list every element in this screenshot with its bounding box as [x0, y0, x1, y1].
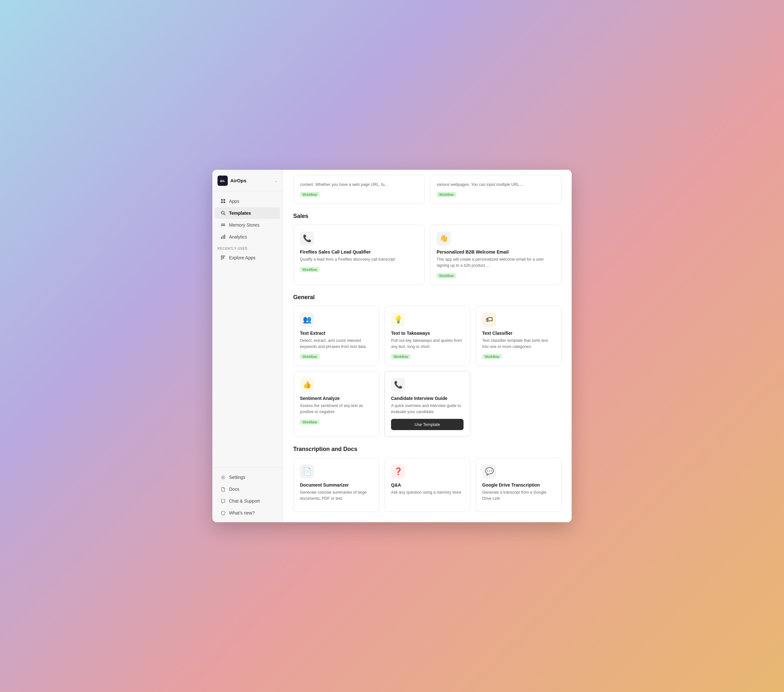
sidebar-item-apps-label: Apps [229, 199, 239, 204]
sidebar-item-whats-new-label: What's new? [229, 510, 255, 515]
card-desc-text-extract: Detect, extract, and count relevant keyw… [300, 338, 372, 350]
section-transcription-docs: Transcription and Docs📄Document Summariz… [293, 446, 562, 512]
svg-line-5 [224, 214, 225, 215]
card-title-text-extract: Text Extract [300, 330, 372, 336]
svg-rect-8 [221, 237, 222, 239]
use-template-button[interactable]: Use Template [391, 419, 464, 430]
card-icon-google-drive: 💬 [482, 464, 496, 479]
svg-rect-2 [221, 201, 223, 203]
card-title-text-takeaways: Text to Takeaways [391, 330, 464, 336]
sidebar-item-whats-new[interactable]: What's new? [215, 507, 280, 519]
sidebar-nav: Apps Templates Memory Stores [212, 191, 283, 468]
partial-card-2-desc: various webpages. You can input multiple… [436, 182, 555, 188]
svg-point-17 [222, 477, 224, 478]
sidebar-bottom: Settings Docs Chat & Support What's new? [212, 467, 283, 522]
card-desc-sentiment-analyze: Assess the sentiment of any text as posi… [300, 403, 372, 415]
app-name: AirOps [230, 178, 246, 183]
svg-rect-16 [221, 259, 222, 260]
card-qa[interactable]: ❓Q&AAsk any question using a memory stor… [384, 458, 470, 512]
svg-rect-0 [221, 199, 223, 201]
card-document-summarizer[interactable]: 📄Document SummarizerGenerate concise sum… [293, 458, 379, 512]
section-general: General👥Text ExtractDetect, extract, and… [293, 294, 562, 437]
sidebar-item-analytics[interactable]: Analytics [215, 231, 280, 243]
card-title-personalized-b2b: Personalized B2B Welcome Email [436, 249, 555, 254]
circle-icon [220, 510, 226, 516]
sidebar-item-apps[interactable]: Apps [215, 195, 280, 207]
card-desc-qa: Ask any question using a memory store [391, 489, 464, 495]
sidebar-item-settings-label: Settings [229, 475, 245, 480]
sidebar-arrow [283, 195, 288, 234]
sidebar-item-docs-label: Docs [229, 487, 239, 492]
card-personalized-b2b[interactable]: 👋Personalized B2B Welcome EmailThis app … [430, 225, 562, 285]
card-icon-document-summarizer: 📄 [300, 464, 314, 479]
svg-rect-14 [221, 258, 222, 259]
chat-icon [220, 498, 226, 504]
card-badge-personalized-b2b: Workflow [436, 273, 456, 278]
gear-icon [220, 474, 226, 480]
card-title-document-summarizer: Document Summarizer [300, 482, 372, 487]
main-content: content. Whether you have a web page URL… [283, 170, 572, 522]
bar-chart-icon [220, 234, 226, 240]
card-badge-fireflies-sales: Workflow [300, 267, 320, 272]
grid-small-icon [220, 255, 226, 261]
partial-top-cards: content. Whether you have a web page URL… [293, 175, 562, 204]
card-candidate-interview[interactable]: 📞Candidate Interview GuideA quick overvi… [384, 371, 470, 437]
grid-icon [220, 198, 226, 204]
card-desc-fireflies-sales: Qualify a lead from a Fireflies discover… [300, 256, 418, 263]
svg-rect-3 [223, 201, 225, 203]
sidebar-item-memory-stores-label: Memory Stores [229, 223, 260, 228]
card-title-sentiment-analyze: Sentiment Analyze [300, 396, 372, 401]
card-sentiment-analyze[interactable]: 👍Sentiment AnalyzeAssess the sentiment o… [293, 371, 379, 437]
partial-card-1-desc: content. Whether you have a web page URL… [300, 182, 418, 188]
card-text-classifier[interactable]: 🏷Text ClassifierText classifier template… [475, 306, 562, 366]
card-icon-candidate-interview: 📞 [391, 378, 405, 392]
card-desc-text-takeaways: Pull out key takeaways and quotes from a… [391, 338, 464, 350]
sidebar-item-chat-support[interactable]: Chat & Support [215, 495, 280, 507]
card-text-takeaways[interactable]: 💡Text to TakeawaysPull out key takeaways… [384, 306, 470, 366]
sidebar-item-memory-stores[interactable]: Memory Stores [215, 219, 280, 231]
app-logo: ao. [217, 175, 228, 186]
sidebar-item-templates[interactable]: Templates [215, 207, 280, 219]
chevron-down-icon[interactable]: ⌄ [274, 178, 277, 183]
svg-rect-12 [222, 256, 224, 257]
card-icon-text-extract: 👥 [300, 313, 314, 327]
partial-card-1[interactable]: content. Whether you have a web page URL… [293, 175, 425, 204]
sidebar-item-explore-apps[interactable]: Explore Apps [215, 252, 280, 264]
card-desc-document-summarizer: Generate concise summaries of large docu… [300, 489, 372, 502]
card-icon-personalized-b2b: 👋 [436, 231, 451, 246]
card-title-fireflies-sales: Fireflies Sales Call Lead Qualifier [300, 249, 418, 254]
card-desc-google-drive: Generate a transcript from a Google Driv… [482, 489, 555, 502]
svg-rect-13 [224, 256, 225, 257]
sidebar: ao. AirOps ⌄ Apps Templates [212, 170, 283, 522]
sidebar-item-settings[interactable]: Settings [215, 471, 280, 483]
card-text-extract[interactable]: 👥Text ExtractDetect, extract, and count … [293, 306, 379, 366]
partial-card-2[interactable]: various webpages. You can input multiple… [430, 175, 562, 204]
section-title-sales: Sales [293, 213, 562, 220]
partial-card-2-badge: Workflow [436, 192, 456, 197]
cards-grid-transcription-docs: 📄Document SummarizerGenerate concise sum… [293, 458, 562, 512]
partial-top-section: content. Whether you have a web page URL… [293, 175, 562, 204]
sidebar-item-explore-apps-label: Explore Apps [229, 255, 256, 260]
sidebar-header: ao. AirOps ⌄ [212, 170, 283, 191]
layers-icon [220, 222, 226, 228]
svg-rect-7 [221, 225, 225, 226]
recently-used-label: RECENTLY USED [212, 243, 283, 252]
cards-grid-sales: 📞Fireflies Sales Call Lead QualifierQual… [293, 225, 562, 285]
sidebar-item-docs[interactable]: Docs [215, 483, 280, 495]
card-desc-text-classifier: Text classifier template that sorts text… [482, 338, 555, 350]
card-icon-qa: ❓ [391, 464, 405, 479]
cards-grid-general: 👥Text ExtractDetect, extract, and count … [293, 306, 562, 437]
card-title-google-drive: Google Drive Transcription [482, 482, 555, 487]
svg-point-18 [221, 511, 225, 515]
card-badge-sentiment-analyze: Workflow [300, 419, 320, 424]
section-title-transcription-docs: Transcription and Docs [293, 446, 562, 453]
card-badge-text-classifier: Workflow [482, 354, 502, 359]
section-sales: Sales📞Fireflies Sales Call Lead Qualifie… [293, 213, 562, 285]
card-badge-text-takeaways: Workflow [391, 354, 411, 359]
card-title-qa: Q&A [391, 482, 464, 487]
card-title-text-classifier: Text Classifier [482, 330, 555, 336]
svg-rect-11 [221, 256, 222, 257]
card-google-drive[interactable]: 💬Google Drive TranscriptionGenerate a tr… [475, 458, 562, 512]
card-fireflies-sales[interactable]: 📞Fireflies Sales Call Lead QualifierQual… [293, 225, 425, 285]
sidebar-item-templates-label: Templates [229, 211, 251, 216]
